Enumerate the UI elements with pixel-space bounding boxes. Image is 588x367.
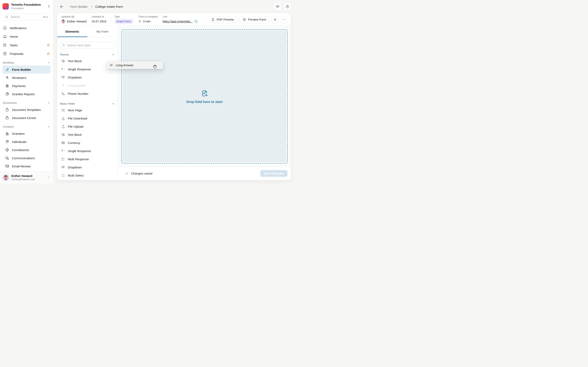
copy-icon[interactable] [194,20,198,23]
single-response-icon [61,149,65,153]
gear-icon [273,18,277,21]
pdf-preview-label: PDF Preview [217,18,234,21]
favorite-star-icon[interactable] [46,43,50,47]
grab-cursor [152,64,158,69]
updated-at-value: 15.07.2024 [91,19,106,24]
documents-items: Document Templates Document Centre [0,106,53,122]
chevron-up-icon[interactable] [112,53,115,56]
sidebar-item-form-builder[interactable]: Form Builder [2,66,51,74]
sidebar-item-label: Communications [12,156,35,160]
tasks-icon [3,43,7,47]
element-item-currency[interactable]: Currency [57,139,118,147]
sidebar-nav: Notifications Home Tasks Proposals [0,24,53,58]
sidebar-item-document-centre[interactable]: Document Centre [2,114,51,122]
input-type-search[interactable] [60,42,115,49]
element-item-label: Multi Response [68,157,89,161]
section-documents[interactable]: Documents [3,101,50,104]
global-search-input[interactable] [10,15,41,19]
sidebar-item-tasks[interactable]: Tasks [0,41,53,49]
workspace-switcher[interactable]: Temelio Foundation Foundation [0,0,53,12]
input-type-search-input[interactable] [67,43,113,47]
more-options-button[interactable] [281,16,287,23]
meta-label: Type [114,15,133,18]
element-item-file-upload[interactable]: File Upload [57,122,118,131]
sidebar-item-grantee-reports[interactable]: Grantee Reports [2,90,51,98]
element-item-label: Next Page [68,108,82,112]
sidebar-item-home[interactable]: Home [0,32,53,41]
element-item-multi-select[interactable]: Multi Select [57,171,118,179]
sidebar-item-notifications[interactable]: Notifications [0,24,53,32]
preview-form-button[interactable]: Preview Form [239,16,269,23]
meta-updated-by: Updated By Esther Howard [61,15,86,24]
meta-link: Link https://app.trytemelio... [163,15,198,24]
element-item-label: File Upload [68,125,83,128]
tab-elements[interactable]: Elements [57,26,87,37]
reviewer-icon [5,76,9,80]
element-item-multi-response[interactable]: Multi Response [57,155,118,163]
sidebar-item-email-review[interactable]: Email Review [2,162,51,170]
form-link[interactable]: https://app.trytemelio... [163,20,192,23]
meta-type: Type Grant Form [114,15,133,24]
chevron-up-icon[interactable] [47,61,50,64]
chevron-up-icon[interactable] [47,101,50,104]
form-builder-app: { "workspace": {"name": "Temelio Foundat… [0,0,294,184]
sidebar-item-label: Email Review [12,165,31,168]
elements-panel: Elements My Form Recent Text Block [57,26,118,180]
favorite-star-icon[interactable] [46,52,50,56]
sidebar-item-proposals[interactable]: Proposals [0,49,53,58]
sidebar-item-label: Proposals [10,52,24,55]
settings-button[interactable] [272,16,278,23]
chevron-up-icon[interactable] [112,102,115,105]
multi-select-icon [61,174,65,177]
sidebar-item-document-templates[interactable]: Document Templates [2,106,51,114]
back-button[interactable] [60,4,64,9]
element-item-dropdown[interactable]: Dropdown [57,73,118,81]
top-bar-actions [274,3,291,10]
sidebar-item-payments[interactable]: Payments [2,82,51,90]
partner-button[interactable] [274,3,281,10]
sidebar-item-reviewers[interactable]: Reviewers [2,74,51,82]
section-workflow[interactable]: Workflow [3,61,50,64]
element-item-label: Multi Select [68,174,84,177]
check-icon [125,172,129,175]
dropdown-icon [61,75,65,79]
element-item-file-download[interactable]: File Download [57,114,118,122]
pdf-preview-button[interactable]: PDF Preview [208,16,237,23]
element-item-label: Currency [68,141,80,145]
sidebar-item-label: Home [10,35,18,38]
divider [111,16,111,24]
sparkle-icon [138,20,142,23]
group-basic-fields[interactable]: Basic Fields [60,102,115,105]
chevron-up-icon[interactable] [47,125,50,128]
sidebar-item-individuals[interactable]: Individuals [2,138,51,146]
user-profile[interactable]: Esther Howard esther@howard.com [0,171,53,184]
element-item-single-response[interactable]: Single Response [57,147,118,155]
network-icon [5,148,9,152]
preview-eye-icon [242,18,246,21]
section-contacts[interactable]: Contacts [3,125,50,128]
canvas-area: Drop field here to start [118,26,291,166]
archive-icon [5,116,9,120]
element-item-text-block[interactable]: Text Block [57,131,118,139]
sidebar-item-communications[interactable]: Communications [2,154,51,162]
breadcrumb-parent[interactable]: Form Builder [70,5,88,8]
drop-zone[interactable]: Drop field here to start [121,29,288,164]
meta-label: Link [163,15,198,18]
text-block-icon [61,133,65,137]
workspace-info: Temelio Foundation Foundation [11,3,45,10]
kebab-menu-icon[interactable] [47,176,51,179]
group-recent[interactable]: Recent [60,53,115,56]
element-item-dropdown[interactable]: Dropdown [57,163,118,171]
sidebar-item-constituents[interactable]: Constituents [2,146,51,154]
global-search[interactable]: ⌘ K [2,13,51,20]
save-changes-button[interactable]: Save Changes [260,170,287,177]
chevrons-updown-icon[interactable] [47,4,51,8]
updated-by-value: Esther Howard [67,20,86,23]
tab-my-form[interactable]: My Form [87,26,118,37]
sidebar-item-grantees[interactable]: Grantees [2,129,51,138]
help-button[interactable] [284,3,291,10]
element-item-next-page[interactable]: Next Page [57,106,118,114]
element-item-phone-number[interactable]: Phone Number [57,90,118,98]
currency-icon [61,141,65,145]
element-item-long-answer[interactable]: Long Answer [57,81,118,90]
